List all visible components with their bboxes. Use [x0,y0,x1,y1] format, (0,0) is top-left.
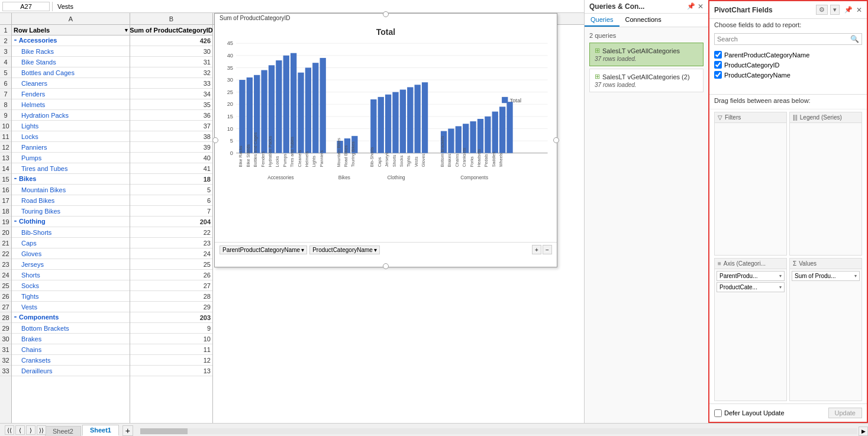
h-scrollbar[interactable]: ▶ [139,427,868,436]
cell-a-11[interactable]: Locks [12,131,130,142]
query-item-2[interactable]: ⊞ SalesLT vGetAllCategories (2) 37 rows … [589,69,704,92]
cell-b-31[interactable]: 11 [130,344,212,355]
cell-a-15[interactable]: ⁃ Bikes [12,174,130,185]
cell-a-26[interactable]: Tights [12,291,130,302]
col-header-a[interactable]: A [12,13,130,24]
cell-b-2[interactable]: 426 [130,35,212,46]
query-item-1[interactable]: ⊞ SalesLT vGetAllCategories 37 rows load… [589,43,704,66]
filter-btn-product[interactable]: ProductCategoryName ▾ [309,246,380,254]
cell-a-5[interactable]: Bottles and Cages [12,67,130,78]
cell-b-32[interactable]: 12 [130,355,212,366]
cell-b-24[interactable]: 26 [130,270,212,280]
axis-drop-item-2[interactable]: ProductCate... ▾ [717,282,785,292]
tab-sheet1[interactable]: Sheet1 [82,425,119,436]
cell-a-18[interactable]: Touring Bikes [12,206,130,217]
tab-connections[interactable]: Connections [619,14,667,27]
cell-b-15[interactable]: 18 [130,174,212,185]
cell-a-9[interactable]: Hydration Packs [12,110,130,121]
cell-b-20[interactable]: 22 [130,227,212,238]
cell-a-29[interactable]: Bottom Brackets [12,323,130,334]
pivot-dropdown-btn[interactable]: ▾ [830,5,840,15]
cell-b-9[interactable]: 36 [130,110,212,121]
cell-a-3[interactable]: Bike Racks [12,46,130,57]
chart-resize-top[interactable] [383,11,389,17]
pivot-gear-btn[interactable]: ⚙ [816,5,828,15]
col-header-b[interactable]: B [130,13,213,24]
cell-a-28[interactable]: ⁃ Components [12,312,130,323]
defer-layout-label[interactable]: Defer Layout Update [714,409,785,417]
tab-queries[interactable]: Queries [585,14,619,27]
cell-a-20[interactable]: Bib-Shorts [12,227,130,238]
cell-b-21[interactable]: 23 [130,238,212,248]
chart-resize-bottom[interactable] [383,263,389,269]
cell-a-12[interactable]: Panniers [12,142,130,153]
chart-resize-right[interactable] [553,137,559,143]
cell-b-3[interactable]: 30 [130,46,212,57]
tab-nav-first[interactable]: ⟨⟨ [5,425,14,435]
cell-a-24[interactable]: Shorts [12,270,130,280]
cell-b-29[interactable]: 9 [130,323,212,334]
cell-a-8[interactable]: Helmets [12,99,130,110]
cell-a-27[interactable]: Vests [12,302,130,312]
cell-b-17[interactable]: 6 [130,195,212,206]
cell-b-8[interactable]: 35 [130,99,212,110]
update-button[interactable]: Update [828,408,862,418]
field-checkbox-id[interactable] [714,61,722,69]
chart-sub-btn[interactable]: − [543,245,552,254]
queries-close-btn[interactable]: ✕ [698,2,704,11]
tab-nav-last[interactable]: ⟩⟩ [37,425,46,435]
cell-a-30[interactable]: Brakes [12,334,130,344]
cell-a-13[interactable]: Pumps [12,153,130,163]
axis-drop-item-1[interactable]: ParentProdu... ▾ [717,271,785,281]
cell-b-12[interactable]: 39 [130,142,212,153]
cell-a-16[interactable]: Mountain Bikes [12,185,130,195]
pivot-pin-btn[interactable]: 📌 [844,6,853,14]
cell-a-33[interactable]: Derailleurs [12,366,130,376]
cell-a-2[interactable]: ⁃ Accessories [12,35,130,46]
name-box[interactable] [2,2,50,11]
cell-a-31[interactable]: Chains [12,344,130,355]
cell-b-26[interactable]: 28 [130,291,212,302]
tab-nav-next[interactable]: ⟩ [26,425,36,435]
cell-a-19[interactable]: ⁃ Clothing [12,217,130,227]
pivot-search-input[interactable] [715,34,848,44]
chart-resize-left[interactable] [212,137,218,143]
cell-b-7[interactable]: 34 [130,89,212,99]
field-checkbox-name[interactable] [714,71,722,79]
cell-a-6[interactable]: Cleaners [12,78,130,89]
tab-sheet2[interactable]: Sheet2 [45,426,81,436]
cell-b-10[interactable]: 37 [130,121,212,131]
tab-nav-prev[interactable]: ⟨ [15,425,25,435]
values-drop-item-1[interactable]: Sum of Produ... ▾ [792,271,860,281]
scrollbar-thumb[interactable] [140,428,188,434]
cell-b-13[interactable]: 40 [130,153,212,163]
cell-b-22[interactable]: 24 [130,248,212,259]
cell-b-19[interactable]: 204 [130,217,212,227]
cell-a-14[interactable]: Tires and Tubes [12,163,130,174]
queries-pin-btn[interactable]: 📌 [687,2,695,11]
pivot-search-box[interactable]: 🔍 [714,33,862,45]
cell-b-33[interactable]: 13 [130,366,212,376]
cell-b-16[interactable]: 5 [130,185,212,195]
cell-b-6[interactable]: 33 [130,78,212,89]
field-checkbox-parent[interactable] [714,51,722,59]
cell-a-7[interactable]: Fenders [12,89,130,99]
chart-add-btn[interactable]: + [532,245,541,254]
scroll-right-btn[interactable]: ▶ [859,427,868,436]
cell-b-4[interactable]: 31 [130,57,212,67]
cell-a-4[interactable]: Bike Stands [12,57,130,67]
cell-b-23[interactable]: 25 [130,259,212,270]
pivot-close-btn[interactable]: ✕ [856,6,862,14]
cell-b-28[interactable]: 203 [130,312,212,323]
cell-b-1[interactable]: Sum of ProductCategoryID [130,25,212,35]
filter-btn-parent[interactable]: ParentProductCategoryName ▾ [220,246,307,254]
cell-a-22[interactable]: Gloves [12,248,130,259]
cell-b-11[interactable]: 38 [130,131,212,142]
cell-b-30[interactable]: 10 [130,334,212,344]
scrollbar-track[interactable] [140,428,857,434]
add-sheet-btn[interactable]: + [122,425,133,436]
cell-b-27[interactable]: 29 [130,302,212,312]
cell-a-17[interactable]: Road Bikes [12,195,130,206]
cell-b-5[interactable]: 32 [130,67,212,78]
cell-b-25[interactable]: 27 [130,280,212,291]
